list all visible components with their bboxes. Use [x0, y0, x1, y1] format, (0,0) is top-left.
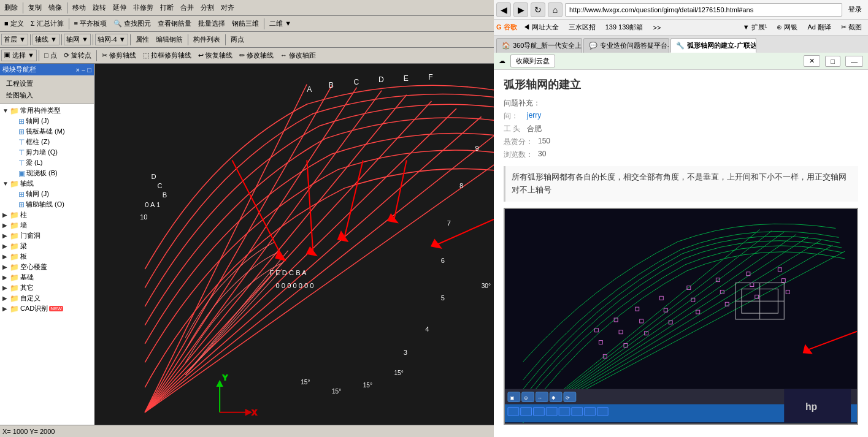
svg-text:30°: 30°	[482, 283, 491, 289]
find-btn[interactable]: 🔍 查找图元	[110, 17, 154, 30]
delete-btn[interactable]: 删除	[1, 1, 21, 14]
svg-text:▣: ▣	[510, 395, 515, 400]
mail-btn[interactable]: 139 139邮箱	[602, 21, 647, 33]
tree-hollow-floor[interactable]: ▶ 📁 空心楼盖	[1, 262, 93, 272]
trim-axis-btn[interactable]: ✂ 修剪轴线	[99, 49, 139, 62]
restore-axis-btn[interactable]: ↩ 恢复轴线	[195, 49, 236, 62]
mirror-btn[interactable]: 镜像	[45, 1, 65, 14]
tree-aux-o[interactable]: ⊞ 辅助轴线 (O)	[10, 199, 93, 210]
rotate-point-btn[interactable]: ⟳ 旋转点	[61, 49, 94, 62]
tree-grid-j2[interactable]: ⊞ 轴网 (J)	[10, 189, 93, 199]
cloud-max-btn[interactable]: □	[825, 56, 840, 67]
two-point-btn[interactable]: 两点	[228, 33, 247, 46]
edit-rebar-btn[interactable]: 编辑钢筋	[153, 33, 186, 46]
sum-btn[interactable]: Σ 汇总计算	[28, 17, 67, 30]
tab-arc[interactable]: 🔧 弧形轴网的建立-广联达... ×	[670, 38, 756, 53]
axis-dropdown[interactable]: 轴线 ▼	[33, 34, 60, 45]
svg-text:A: A	[307, 85, 312, 94]
tree-column[interactable]: ▶ 📁 柱	[1, 210, 93, 220]
move-btn[interactable]: 移动	[69, 1, 89, 14]
modify-dist-btn[interactable]: ↔ 修改轴距	[277, 49, 319, 62]
tree-common-types[interactable]: ▼ 📁 常用构件类型	[1, 105, 93, 116]
engineering-setup-btn[interactable]: 工程设置	[2, 78, 91, 89]
rotate-btn[interactable]: 旋转	[90, 1, 109, 14]
tree-raft-m[interactable]: ⊞ 筏板基础 (M)	[10, 126, 93, 137]
view-rebar-btn[interactable]: 查看钢筋量	[155, 17, 194, 30]
tab-360[interactable]: 🏠 360导航_新一代安全上网导航 ×	[496, 38, 582, 53]
tab-arc-label: 弧形轴网的建立-广联达...	[687, 41, 756, 50]
cad-canvas[interactable]: A B C D E F 9 8 7 6 5 4 3	[95, 64, 494, 425]
floor-dropdown[interactable]: 首层 ▼	[1, 34, 28, 45]
svg-rect-117	[572, 407, 583, 416]
sanshui-btn[interactable]: 三水区招	[565, 21, 599, 33]
svg-text:E: E	[404, 74, 409, 83]
refresh-button[interactable]: ↻	[531, 2, 545, 17]
tree-axis[interactable]: ▼ 📁 轴线	[1, 178, 93, 189]
trim-btn[interactable]: 非修剪	[130, 1, 156, 14]
extend-btn[interactable]: 延伸	[110, 1, 129, 14]
cloud-save-btn[interactable]: 收藏到云盘	[510, 55, 555, 67]
tree-window-door[interactable]: ▶ 📁 门窗洞	[1, 230, 93, 241]
tree-shear-q[interactable]: ⊤ 剪力墙 (Q)	[10, 147, 93, 158]
svg-text:15°: 15°	[363, 382, 372, 389]
svg-rect-114	[534, 407, 545, 416]
user-label: 问：	[504, 111, 522, 121]
tree-other[interactable]: ▶ 📁 其它	[1, 283, 93, 293]
2d-btn[interactable]: 二维 ▼	[266, 17, 294, 30]
break-btn[interactable]: 打断	[157, 1, 177, 14]
grid-dropdown[interactable]: 轴网 ▼	[64, 34, 91, 45]
screenshot-image: ▣ ⊕ ↔ ✱ ⟳	[505, 209, 857, 424]
tree-beam[interactable]: ▶ 📁 梁	[1, 241, 93, 251]
translate-btn[interactable]: Ad 翻译	[804, 21, 835, 33]
property-btn[interactable]: 属性	[133, 33, 152, 46]
forward-button[interactable]: ▶	[513, 2, 528, 17]
grid4-dropdown[interactable]: 轴网-4 ▼	[95, 34, 128, 45]
main-toolbar: ■ 定义 Σ 汇总计算 ≡ 平齐板项 🔍 查找图元 查看钢筋量 批量选择 钢筋三…	[0, 16, 494, 32]
tree-slab-b[interactable]: ▣ 现浇板 (B)	[10, 168, 93, 178]
batch-select-btn[interactable]: 批量选择	[195, 17, 228, 30]
copy-btn[interactable]: 复制	[25, 1, 45, 14]
component-list-btn[interactable]: 构件列表	[190, 33, 223, 46]
address-bar[interactable]	[565, 3, 842, 17]
home-button[interactable]: ⌂	[548, 2, 563, 17]
back-button[interactable]: ◀	[496, 2, 511, 17]
tree-beam-l[interactable]: ⊤ 梁 (L)	[10, 158, 93, 168]
svg-rect-118	[585, 407, 596, 416]
drawing-input-btn[interactable]: 绘图输入	[2, 89, 91, 101]
tree-custom[interactable]: ▶ 📁 自定义	[1, 293, 93, 303]
svg-text:D: D	[378, 75, 384, 84]
tab-gld[interactable]: 💬 专业造价问题答疑平台-广联达... ×	[583, 38, 669, 53]
modify-axis-btn[interactable]: ✏ 修改轴线	[236, 49, 277, 62]
qa-label-row: 问题补充：	[504, 98, 858, 108]
cloud-min-btn[interactable]: —	[845, 56, 863, 67]
tree-wall[interactable]: ▶ 📁 墙	[1, 220, 93, 230]
svg-text:9: 9	[475, 145, 479, 152]
box-trim-btn[interactable]: ⬚ 拉框修剪轴线	[140, 49, 194, 62]
google-btn[interactable]: G 谷歌	[496, 23, 517, 32]
tree-foundation[interactable]: ▶ 📁 基础	[1, 272, 93, 283]
netbank-btn[interactable]: ⊕ 网银	[773, 21, 801, 33]
tree-slab[interactable]: ▶ 📁 板	[1, 251, 93, 262]
svg-text:⟳: ⟳	[566, 395, 570, 400]
tree-cad[interactable]: ▶ 📁 CAD识别 NEW	[1, 303, 93, 314]
location-label: 工 头	[504, 124, 522, 134]
username[interactable]: jerry	[527, 111, 541, 121]
flatten-btn[interactable]: ≡ 平齐板项	[71, 17, 110, 30]
expand-btn[interactable]: ▼ 扩展¹	[739, 21, 771, 33]
svg-text:hp: hp	[805, 401, 818, 412]
divide-btn[interactable]: 分割	[198, 1, 217, 14]
point-btn[interactable]: □ 点	[41, 49, 60, 62]
url-all-btn[interactable]: ◀ 网址大全	[520, 21, 563, 33]
tree-column-z[interactable]: ⊤ 框柱 (Z)	[10, 137, 93, 147]
define-btn[interactable]: ■ 定义	[1, 17, 27, 30]
rebar-3d-btn[interactable]: 钢筋三维	[229, 17, 262, 30]
select-dropdown[interactable]: ▣ 选择 ▼	[1, 50, 37, 61]
align-btn[interactable]: 对齐	[218, 1, 237, 14]
cloud-close-btn[interactable]: ✕	[804, 55, 820, 67]
sidebar-top: 工程设置 绘图输入	[0, 75, 94, 104]
screenshot-btn[interactable]: ✂ 截图	[837, 21, 866, 33]
tree-grid-j[interactable]: ⊞ 轴网 (J)	[10, 116, 93, 126]
login-button[interactable]: 登录	[845, 4, 866, 15]
merge-btn[interactable]: 合并	[177, 1, 197, 14]
more-btn[interactable]: >>	[649, 23, 664, 32]
